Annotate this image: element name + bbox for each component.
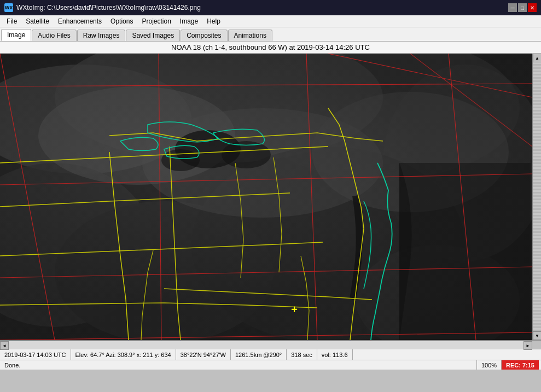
status-coords: 38°22'N 94°27'W (176, 349, 231, 360)
status-time: 318 sec (287, 349, 317, 360)
bottom-scrollbar-row: ◄ ► (0, 340, 541, 349)
scroll-left-button[interactable]: ◄ (0, 341, 9, 350)
titlebar-controls[interactable]: ─ □ ✕ (508, 3, 537, 12)
menu-help[interactable]: Help (202, 16, 225, 26)
menu-file[interactable]: File (2, 16, 21, 26)
sat-canvas: + (0, 54, 532, 340)
status-zoom: 100% (476, 360, 501, 370)
menu-satellite[interactable]: Satellite (21, 16, 54, 26)
close-button[interactable]: ✕ (528, 3, 537, 12)
scroll-track-horizontal[interactable] (9, 341, 523, 349)
image-title: NOAA 18 (ch 1-4, southbound 66 W) at 201… (0, 42, 541, 54)
app-icon: WX (4, 3, 13, 12)
tab-raw-images[interactable]: Raw Images (77, 30, 126, 41)
maximize-button[interactable]: □ (518, 3, 527, 12)
scroll-stripes (533, 62, 541, 331)
tab-animations[interactable]: Animations (228, 30, 272, 41)
tab-composites[interactable]: Composites (181, 30, 227, 41)
status-rec: REC: 7:15 (501, 360, 539, 370)
status-vol: vol: 113.6 (317, 349, 353, 360)
satellite-image[interactable]: + (0, 54, 532, 340)
titlebar-left: WX WXtoImg: C:\Users\david\Pictures\WXto… (4, 3, 201, 12)
tab-saved-images[interactable]: Saved Images (126, 30, 180, 41)
scroll-track-vertical[interactable] (533, 62, 541, 331)
menu-enhancements[interactable]: Enhancements (54, 16, 106, 26)
titlebar: WX WXtoImg: C:\Users\david\Pictures\WXto… (0, 0, 541, 15)
menu-options[interactable]: Options (106, 16, 137, 26)
window-title: WXtoImg: C:\Users\david\Pictures\WXtoImg… (16, 4, 201, 11)
statusbar1: 2019-03-17 14:03 UTC Elev: 64.7° Azi: 30… (0, 349, 541, 360)
scroll-down-button[interactable]: ▼ (533, 331, 541, 340)
tabbar: Image Audio Files Raw Images Saved Image… (0, 27, 541, 42)
minimize-button[interactable]: ─ (508, 3, 517, 12)
menu-image[interactable]: Image (176, 16, 202, 26)
tab-image[interactable]: Image (1, 29, 31, 41)
status-datetime: 2019-03-17 14:03 UTC (0, 349, 71, 360)
menu-projection[interactable]: Projection (137, 16, 175, 26)
svg-rect-17 (399, 163, 531, 340)
svg-text:+: + (291, 303, 298, 315)
menubar: File Satellite Enhancements Options Proj… (0, 15, 541, 27)
scrollbar-bottom[interactable]: ◄ ► (0, 341, 532, 349)
scroll-up-button[interactable]: ▲ (533, 54, 541, 62)
scrollbar-right[interactable]: ▲ ▼ (532, 54, 541, 340)
statusbar2: Done. 100% REC: 7:15 (0, 360, 541, 370)
main-area: + ▲ ▼ (0, 54, 541, 340)
scrollbar-corner (532, 341, 541, 349)
scroll-right-button[interactable]: ► (523, 341, 532, 350)
svg-point-16 (161, 149, 200, 171)
status-distance: 1261.5km @290° (231, 349, 287, 360)
status-done: Done. (2, 362, 476, 368)
map-overlay: + (0, 54, 532, 340)
status-elev-azi: Elev: 64.7° Azi: 308.9° x: 211 y: 634 (71, 349, 176, 360)
tab-audio-files[interactable]: Audio Files (32, 30, 76, 41)
